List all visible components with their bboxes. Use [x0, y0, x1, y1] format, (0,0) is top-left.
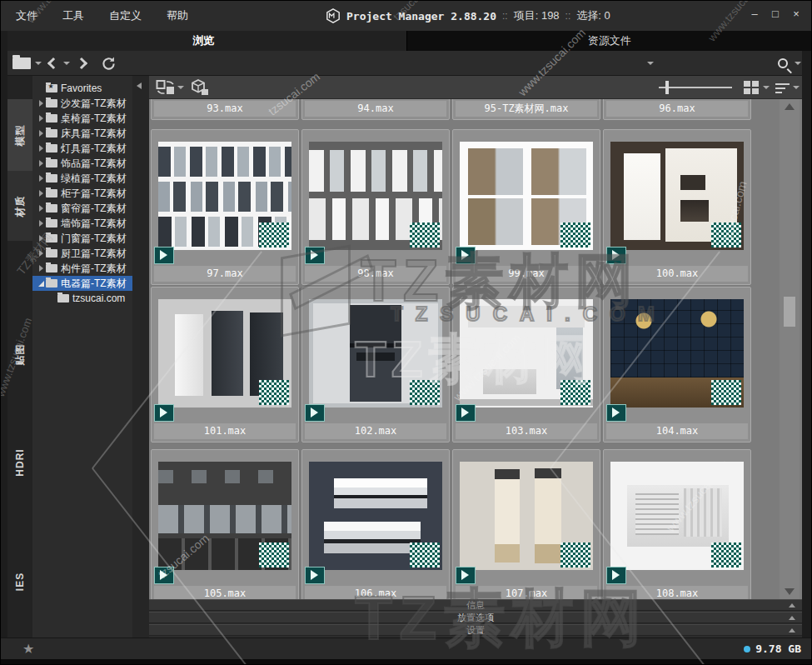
category-tab-4[interactable]: IES: [7, 536, 32, 628]
thumbnail-item[interactable]: 105.max: [151, 449, 299, 599]
thumbnail-item[interactable]: 99.max: [452, 129, 600, 285]
scroll-up-icon[interactable]: [785, 103, 795, 110]
window-minimize-button[interactable]: –: [748, 7, 761, 22]
tab-browse[interactable]: 浏览: [1, 31, 407, 51]
tree-item[interactable]: tzsucai.com: [32, 291, 132, 306]
folder-icon: [46, 279, 57, 288]
tab-resources[interactable]: 资源文件: [407, 31, 812, 51]
tree-caret-icon[interactable]: [36, 160, 46, 167]
tree-item[interactable]: 厨卫篇-TZ素材: [32, 246, 132, 261]
tree-caret-icon[interactable]: [36, 130, 46, 137]
refresh-button[interactable]: [99, 54, 117, 72]
scroll-down-icon[interactable]: [785, 588, 795, 595]
tree-item[interactable]: 柜子篇-TZ素材: [32, 186, 132, 201]
tree-item[interactable]: 墙饰篇-TZ素材: [32, 216, 132, 231]
tree-caret-icon[interactable]: [36, 250, 46, 257]
category-tab-label: 模型: [13, 124, 27, 146]
menu-item-1[interactable]: 工具: [59, 5, 87, 27]
sort-lines-icon: [775, 82, 790, 94]
thumbnail-item[interactable]: 106.max: [301, 449, 450, 599]
tree-item[interactable]: 构件篇-TZ素材: [32, 261, 132, 276]
merge-model-button[interactable]: [191, 78, 209, 97]
open-folder-button[interactable]: [11, 54, 32, 72]
tree-item[interactable]: 灯具篇-TZ素材: [32, 141, 132, 156]
tree-splitter[interactable]: [132, 76, 149, 638]
search-button[interactable]: [774, 54, 792, 72]
chevron-down-icon: [647, 62, 654, 65]
category-tab-label: HDRI: [14, 448, 26, 476]
category-tab-1[interactable]: 材质: [7, 171, 32, 241]
open-folder-dropdown[interactable]: [34, 54, 42, 72]
thumbnail-options-dropdown[interactable]: [647, 54, 654, 72]
tree-caret-icon[interactable]: [36, 220, 46, 227]
thumbnail-size-slider-thumb[interactable]: [665, 81, 669, 94]
category-tab-3[interactable]: HDRI: [7, 416, 32, 509]
thumbnail-item[interactable]: 100.max: [603, 129, 751, 285]
panel-settings[interactable]: 设置: [149, 624, 802, 636]
category-tab-2[interactable]: 贴图: [7, 308, 32, 401]
chevron-right-icon: [39, 100, 43, 107]
navigation-toolbar: [1, 51, 812, 76]
chevron-right-icon: [39, 160, 43, 167]
tree-item[interactable]: 绿植篇-TZ素材: [32, 171, 132, 186]
update-thumbnails-button[interactable]: [156, 78, 176, 97]
tree-caret-icon[interactable]: [36, 115, 46, 122]
thumbnail-item[interactable]: 94.max: [301, 99, 450, 120]
window-maximize-button[interactable]: □: [769, 7, 782, 22]
tree-caret-icon[interactable]: [36, 281, 46, 287]
back-button[interactable]: [46, 54, 61, 72]
thumbnail-item[interactable]: 93.max: [151, 99, 299, 120]
view-mode-button[interactable]: [744, 78, 759, 97]
thumbnail-item[interactable]: 104.max: [603, 287, 751, 442]
chevron-right-icon: [39, 220, 43, 227]
sort-button[interactable]: [775, 78, 790, 97]
tree-caret-icon[interactable]: [36, 175, 46, 182]
thumbnail-item[interactable]: 101.max: [151, 287, 299, 442]
thumbnail-item[interactable]: 103.max: [452, 287, 600, 442]
favorite-star-icon[interactable]: ★: [22, 641, 34, 657]
tree-caret-icon[interactable]: [36, 205, 46, 212]
forward-button[interactable]: [74, 54, 89, 72]
tree-item[interactable]: Favorites: [32, 81, 132, 96]
tree-item[interactable]: 窗帘篇-TZ素材: [32, 201, 132, 216]
tree-item[interactable]: 电器篇-TZ素材: [32, 276, 132, 291]
thumbnail-size-slider[interactable]: [659, 87, 732, 88]
search-dropdown[interactable]: [794, 54, 802, 72]
tree-caret-icon[interactable]: [36, 265, 46, 272]
tree-item[interactable]: 床具篇-TZ素材: [32, 126, 132, 141]
thumbnail-item[interactable]: 98.max: [301, 129, 450, 285]
chevron-down-icon: [63, 62, 70, 65]
tree-caret-icon[interactable]: [36, 235, 46, 242]
tree-item[interactable]: 饰品篇-TZ素材: [32, 156, 132, 171]
favorites-folder-icon: [46, 84, 57, 92]
tree-caret-icon[interactable]: [36, 145, 46, 152]
thumbnail-item[interactable]: 108.max: [603, 449, 751, 599]
menu-item-0[interactable]: 文件: [12, 5, 41, 27]
back-history-dropdown[interactable]: [62, 54, 71, 72]
update-thumbnails-dropdown[interactable]: [177, 78, 184, 97]
panel-placement-options[interactable]: 放置选项: [149, 612, 802, 623]
window-close-button[interactable]: ×: [790, 7, 803, 22]
tree-item[interactable]: 桌椅篇-TZ素材: [32, 111, 132, 126]
menu-item-2[interactable]: 自定义: [106, 5, 145, 27]
max-file-icon: [456, 567, 476, 584]
category-tab-0[interactable]: 模型: [7, 99, 32, 171]
tree-caret-icon[interactable]: [36, 190, 46, 197]
thumbnail-item[interactable]: 95-TZ素材网.max: [452, 99, 600, 120]
thumbnail-item[interactable]: 102.max: [301, 287, 450, 442]
tree-item[interactable]: 门窗篇-TZ素材: [32, 231, 132, 246]
menu-item-3[interactable]: 帮助: [163, 5, 192, 27]
thumbnail-item[interactable]: 107.max: [452, 449, 600, 599]
qr-code-watermark: [711, 222, 741, 248]
thumbnail-item[interactable]: 97.max: [151, 129, 299, 285]
collapse-tree-icon[interactable]: [137, 82, 142, 89]
tree-item[interactable]: 沙发篇-TZ素材: [32, 96, 132, 111]
grid-scrollbar[interactable]: [780, 99, 800, 599]
scrollbar-thumb[interactable]: [784, 297, 795, 327]
panel-info[interactable]: 信息: [149, 599, 802, 611]
thumbnail-item[interactable]: 96.max: [603, 99, 751, 120]
tree-caret-icon[interactable]: [36, 100, 46, 107]
sort-dropdown[interactable]: [793, 78, 800, 97]
view-mode-dropdown[interactable]: [763, 78, 770, 97]
expand-panel-icon: [789, 603, 795, 608]
